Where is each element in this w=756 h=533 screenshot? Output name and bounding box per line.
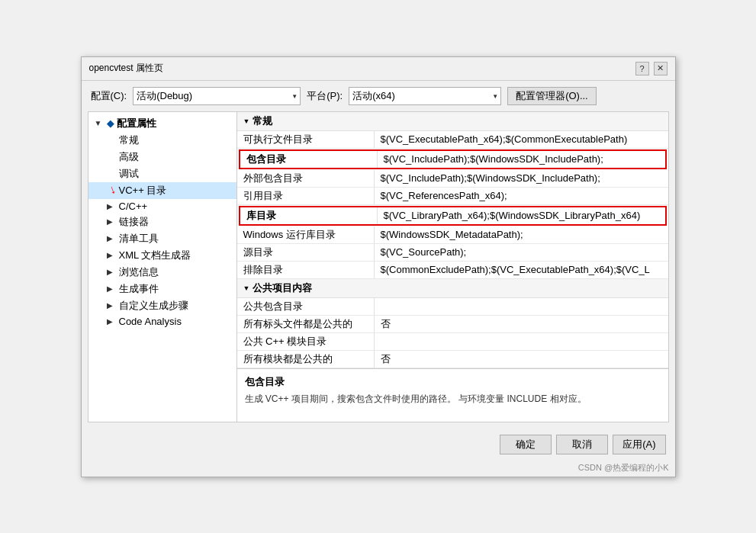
section-header-general: ▼ 常规 (237, 112, 668, 131)
prop-value-lib-path: $(VC_LibraryPath_x64);$(WindowsSDK_Libra… (378, 207, 665, 224)
prop-row-ext-include[interactable]: 外部包含目录$(VC_IncludePath);$(WindowsSDK_Inc… (237, 170, 668, 188)
prop-row-all-modules-public[interactable]: 所有模块都是公共的否 (237, 351, 668, 368)
prop-row-public-include[interactable]: 公共包含目录 (237, 298, 668, 316)
root-diamond-icon: ◆ (107, 118, 114, 129)
arrow-icon: ▶ (107, 217, 116, 226)
arrow-icon: ▶ (107, 284, 116, 293)
prop-row-exclude-path[interactable]: 排除目录$(CommonExcludePath);$(VC_Executable… (237, 262, 668, 279)
tree-item-custom-steps[interactable]: ▶ 自定义生成步骤 (88, 297, 236, 314)
tree-item-label: Code Analysis (119, 316, 182, 327)
prop-row-all-headers-public[interactable]: 所有标头文件都是公共的否 (237, 316, 668, 333)
prop-value-all-modules-public: 否 (375, 351, 668, 368)
prop-value-all-headers-public: 否 (375, 316, 668, 332)
prop-value-include-path: $(VC_IncludePath);$(WindowsSDK_IncludePa… (378, 151, 665, 168)
right-panel: ▼ 常规可执行文件目录$(VC_ExecutablePath_x64);$(Co… (237, 112, 668, 422)
description-panel: 包含目录 生成 VC++ 项目期间，搜索包含文件时使用的路径。 与环境变量 IN… (237, 368, 668, 422)
prop-row-lib-path[interactable]: 库目录$(VC_LibraryPath_x64);$(WindowsSDK_Li… (239, 206, 667, 226)
tree-item-label: VC++ 目录 (119, 184, 167, 197)
dialog-title: opencvtest 属性页 (89, 62, 163, 75)
title-bar-buttons: ? ✕ (635, 62, 668, 75)
arrow-icon: ▶ (107, 268, 116, 276)
cancel-button[interactable]: 取消 (556, 435, 608, 454)
ok-button[interactable]: 确定 (500, 435, 552, 454)
prop-name-win-lib: Windows 运行库目录 (237, 226, 375, 243)
config-select[interactable]: 活动(Debug) (133, 87, 301, 105)
arrow-icon: ▶ (107, 202, 116, 210)
tree-item-label: 自定义生成步骤 (119, 299, 188, 313)
toolbar: 配置(C): 活动(Debug) 平台(P): 活动(x64) 配置管理器(O)… (82, 81, 675, 111)
config-manager-button[interactable]: 配置管理器(O)... (507, 87, 597, 105)
close-button[interactable]: ✕ (654, 62, 668, 75)
tree-item-label: 清单工具 (119, 232, 159, 246)
description-title: 包含目录 (245, 375, 661, 389)
platform-label: 平台(P): (307, 89, 343, 103)
tree-item-config-props[interactable]: ▼ ◆ 配置属性 (88, 115, 236, 132)
prop-name-all-headers-public: 所有标头文件都是公共的 (237, 316, 375, 332)
tree-item-label: XML 文档生成器 (119, 249, 191, 262)
help-button[interactable]: ? (635, 62, 649, 75)
arrow-icon: ▶ (107, 317, 116, 326)
apply-button[interactable]: 应用(A) (613, 435, 665, 454)
tree-item-general[interactable]: 常规 (88, 132, 236, 149)
left-panel: ▼ ◆ 配置属性 常规 高级 调试 VC++ 目录 ↑ ▶ (88, 112, 237, 422)
footer: 确定 取消 应用(A) (82, 429, 675, 461)
prop-row-win-lib[interactable]: Windows 运行库目录$(WindowsSDK_MetadataPath); (237, 226, 668, 244)
prop-row-exec-path[interactable]: 可执行文件目录$(VC_ExecutablePath_x64);$(Common… (237, 131, 668, 149)
dialog: opencvtest 属性页 ? ✕ 配置(C): 活动(Debug) 平台(P… (81, 56, 676, 477)
tree-item-xml[interactable]: ▶ XML 文档生成器 (88, 247, 236, 264)
arrow-annotation-icon: ↑ (108, 183, 118, 198)
arrow-icon: ▶ (107, 234, 116, 242)
prop-value-exec-path: $(VC_ExecutablePath_x64);$(CommonExecuta… (375, 131, 668, 148)
tree-item-label: 生成事件 (119, 282, 159, 296)
prop-name-exclude-path: 排除目录 (237, 262, 375, 278)
prop-row-ref-path[interactable]: 引用目录$(VC_ReferencesPath_x64); (237, 188, 668, 205)
title-bar: opencvtest 属性页 ? ✕ (82, 57, 675, 81)
tree-item-cpp[interactable]: ▶ C/C++ (88, 199, 236, 214)
tree-item-label: 高级 (119, 150, 139, 164)
section-label: 公共项目内容 (253, 281, 312, 295)
tree-item-nmake[interactable]: ▶ 清单工具 (88, 230, 236, 247)
arrow-icon: ▶ (107, 251, 116, 259)
tree-item-vcpp-dirs[interactable]: VC++ 目录 ↑ (88, 182, 236, 199)
config-label: 配置(C): (91, 89, 127, 103)
prop-value-public-include (375, 298, 668, 315)
tree-item-advanced[interactable]: 高级 (88, 149, 236, 165)
content-area: ▼ ◆ 配置属性 常规 高级 调试 VC++ 目录 ↑ ▶ (88, 111, 669, 422)
prop-value-exclude-path: $(CommonExcludePath);$(VC_ExecutablePath… (375, 262, 668, 278)
prop-value-public-cpp-modules (375, 333, 668, 350)
prop-name-ref-path: 引用目录 (237, 188, 375, 204)
props-content: ▼ 常规可执行文件目录$(VC_ExecutablePath_x64);$(Co… (237, 112, 668, 368)
tree-item-code-analysis[interactable]: ▶ Code Analysis (88, 314, 236, 329)
prop-row-include-path[interactable]: 包含目录$(VC_IncludePath);$(WindowsSDK_Inclu… (239, 149, 667, 169)
arrow-icon: ▶ (107, 301, 116, 310)
platform-select-wrapper: 活动(x64) (349, 87, 501, 105)
prop-value-ext-include: $(VC_IncludePath);$(WindowsSDK_IncludePa… (375, 170, 668, 187)
tree: ▼ ◆ 配置属性 常规 高级 调试 VC++ 目录 ↑ ▶ (88, 115, 236, 329)
tree-item-browser[interactable]: ▶ 浏览信息 (88, 264, 236, 281)
collapse-arrow: ▼ (243, 117, 250, 125)
config-select-wrapper: 活动(Debug) (133, 87, 301, 105)
prop-name-all-modules-public: 所有模块都是公共的 (237, 351, 375, 368)
tree-item-label: 配置属性 (117, 117, 156, 130)
prop-name-ext-include: 外部包含目录 (237, 170, 375, 187)
prop-name-lib-path: 库目录 (240, 207, 378, 224)
prop-value-src-path: $(VC_SourcePath); (375, 244, 668, 261)
prop-name-public-cpp-modules: 公共 C++ 模块目录 (237, 333, 375, 350)
tree-item-label: 常规 (119, 133, 139, 147)
properties-table: ▼ 常规可执行文件目录$(VC_ExecutablePath_x64);$(Co… (237, 112, 668, 368)
prop-name-include-path: 包含目录 (240, 151, 378, 168)
tree-item-label: 调试 (119, 167, 139, 181)
prop-row-public-cpp-modules[interactable]: 公共 C++ 模块目录 (237, 333, 668, 351)
prop-name-exec-path: 可执行文件目录 (237, 131, 375, 148)
prop-value-win-lib: $(WindowsSDK_MetadataPath); (375, 226, 668, 243)
prop-name-public-include: 公共包含目录 (237, 298, 375, 315)
platform-select[interactable]: 活动(x64) (349, 87, 501, 105)
collapse-arrow: ▼ (243, 284, 250, 292)
tree-item-build-events[interactable]: ▶ 生成事件 (88, 281, 236, 297)
prop-row-src-path[interactable]: 源目录$(VC_SourcePath); (237, 244, 668, 262)
prop-value-ref-path: $(VC_ReferencesPath_x64); (375, 188, 668, 204)
section-header-public-items: ▼ 公共项目内容 (237, 279, 668, 298)
tree-item-debug[interactable]: 调试 (88, 165, 236, 182)
tree-item-linker[interactable]: ▶ 链接器 (88, 214, 236, 230)
watermark: CSDN @热爱编程的小K (82, 461, 675, 477)
